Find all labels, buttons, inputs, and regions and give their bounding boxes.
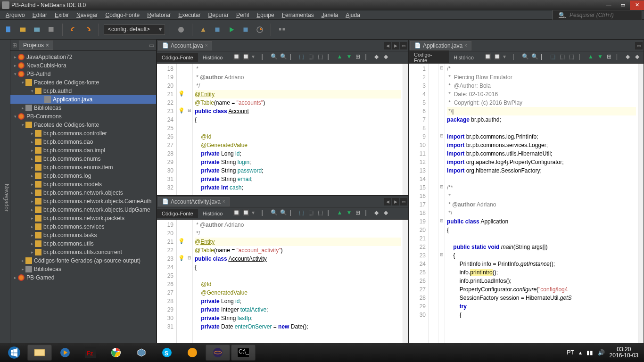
tree-package[interactable]: br.pb.commons.network.objects.UdpGame xyxy=(43,206,150,213)
code-editor-account[interactable]: 181920212223242526272829303132 💡 💡 ⊟ * *… xyxy=(157,64,408,195)
menu-equipe[interactable]: Equipe xyxy=(253,11,278,19)
editor-tab-accountactivity[interactable]: 📄 AccountActivity.java × xyxy=(158,197,230,206)
language-indicator[interactable]: PT xyxy=(567,349,574,356)
tree-folder[interactable]: Pacotes de Códigos-fonte xyxy=(34,122,99,128)
tray-arrow-icon[interactable]: ▴ xyxy=(579,349,582,356)
projects-tab[interactable]: Projetos× xyxy=(19,41,53,50)
tree-package[interactable]: br.pb.commons.enums.item xyxy=(43,164,113,171)
tree-project[interactable]: NovaCubisHora xyxy=(26,62,66,69)
globe-icon[interactable] xyxy=(175,24,187,36)
menu-executar[interactable]: Executar xyxy=(174,11,204,19)
tree-package[interactable]: br.pb.commons.network.packets xyxy=(43,215,124,222)
tree-package[interactable]: br.pb.commons.dao xyxy=(43,139,93,145)
tree-package[interactable]: br.pb.authd xyxy=(43,88,72,94)
tree-package[interactable]: br.pb.commons.enums xyxy=(43,156,100,162)
navigator-tab[interactable]: Navegador xyxy=(0,40,10,352)
redo-button[interactable] xyxy=(82,24,94,36)
menu-exibir[interactable]: Exibir xyxy=(51,11,73,19)
menu-janela[interactable]: Janela xyxy=(318,11,342,19)
volume-icon[interactable]: 🔊 xyxy=(598,349,605,356)
maximize-icon[interactable]: ▭ xyxy=(400,198,407,206)
close-icon[interactable]: × xyxy=(223,199,225,204)
eclipse-task[interactable] xyxy=(206,345,230,361)
build-button[interactable] xyxy=(197,24,209,36)
code-editor-accountactivity[interactable]: 19202122232425262728293031 💡 💡 ⊟ * @auth… xyxy=(157,220,408,351)
tree-file-selected[interactable]: Application.java xyxy=(53,96,92,103)
explorer-task[interactable] xyxy=(27,345,52,361)
nav-back-icon[interactable]: ◀ xyxy=(384,198,391,206)
run-button[interactable] xyxy=(225,24,238,36)
media-player-task[interactable] xyxy=(53,345,77,361)
history-tab[interactable]: Histórico xyxy=(198,209,228,218)
new-file-button[interactable]: + xyxy=(3,24,15,36)
source-tab[interactable]: Código-Fonte xyxy=(157,209,198,218)
close-button[interactable]: ✕ xyxy=(630,0,644,10)
source-tab[interactable]: Código-Fonte xyxy=(157,53,198,62)
history-tab[interactable]: Histórico xyxy=(449,53,479,62)
tree-package[interactable]: br.pb.commons.services xyxy=(43,223,104,230)
menu-perfil[interactable]: Perfil xyxy=(232,11,253,19)
tree-project[interactable]: PB-Authd xyxy=(26,71,50,77)
menu-codigo-fonte[interactable]: Código-Fonte xyxy=(101,11,143,19)
quick-search[interactable]: 🔍 xyxy=(553,10,642,20)
tree-package[interactable]: br.pb.commons.log xyxy=(43,173,91,179)
save-all-button[interactable] xyxy=(45,24,58,36)
chrome-task[interactable] xyxy=(104,345,128,361)
nav-fwd-icon[interactable]: ▶ xyxy=(392,42,399,49)
attach-button[interactable] xyxy=(276,24,288,36)
menu-ajuda[interactable]: Ajuda xyxy=(342,11,364,19)
tree-project[interactable]: JavaApplication72 xyxy=(26,54,72,60)
tree-package[interactable]: br.pb.commons.utils.concurrent xyxy=(43,249,122,255)
tree-project[interactable]: PB-Gamed xyxy=(26,274,54,281)
start-button[interactable] xyxy=(2,345,26,361)
filezilla-task[interactable]: Fz xyxy=(78,345,103,361)
menu-ferramentas[interactable]: Ferramentas xyxy=(278,11,318,19)
tree-package[interactable]: br.pb.commons.utils xyxy=(43,240,94,247)
tree-folder[interactable]: Pacotes de Códigos-fonte xyxy=(34,79,99,86)
app-task[interactable] xyxy=(180,345,205,361)
skype-task[interactable]: S xyxy=(155,345,179,361)
tree-package[interactable]: br.pb.commons.controller xyxy=(43,130,107,137)
minimize-button[interactable]: — xyxy=(602,0,616,10)
virtualbox-task[interactable] xyxy=(129,345,154,361)
minimize-panel-icon[interactable]: ▭ xyxy=(149,42,154,49)
source-tab[interactable]: Código-Fonte xyxy=(409,50,449,65)
maximize-icon[interactable]: ▭ xyxy=(400,42,407,49)
code-editor-application[interactable]: 1234567891011121314151617181920212223242… xyxy=(409,64,644,351)
maximize-button[interactable]: ▭ xyxy=(616,0,630,10)
search-input[interactable] xyxy=(570,12,640,18)
cmd-task[interactable]: C:\_ xyxy=(231,345,256,361)
clock[interactable]: 03:202016-10-03 xyxy=(610,346,638,359)
nav-fwd-icon[interactable]: ▶ xyxy=(392,198,399,206)
maximize-icon[interactable]: ▭ xyxy=(635,42,643,49)
tree-package[interactable]: br.pb.commons.network.objects xyxy=(43,189,123,196)
tree-package[interactable]: br.pb.commons.models xyxy=(43,181,102,188)
network-icon[interactable]: ▮▮ xyxy=(586,349,593,356)
tree-package[interactable]: br.pb.commons.dao.impl xyxy=(43,147,105,154)
menu-navegar[interactable]: Navegar xyxy=(73,11,101,19)
close-icon[interactable]: × xyxy=(205,43,208,48)
nav-back-icon[interactable]: ◀ xyxy=(384,42,391,49)
project-tree[interactable]: ▸JavaApplication72 ▸NovaCubisHora ▾PB-Au… xyxy=(10,51,156,352)
menu-depurar[interactable]: Depurar xyxy=(205,11,232,19)
tree-project[interactable]: PB-Commons xyxy=(26,113,62,120)
close-icon[interactable]: × xyxy=(464,43,467,48)
menu-arquivo[interactable]: Arquivo xyxy=(2,11,29,19)
undo-button[interactable] xyxy=(67,24,80,36)
debug-button[interactable] xyxy=(239,24,252,36)
tree-folder[interactable]: Bibliotecas xyxy=(34,105,61,111)
menu-editar[interactable]: Editar xyxy=(29,11,51,19)
tree-package[interactable]: br.pb.commons.network.objects.GameAuth xyxy=(43,198,151,205)
clean-build-button[interactable] xyxy=(211,24,223,36)
tree-package[interactable]: br.pb.commons.tasks xyxy=(43,232,97,239)
config-selector[interactable]: <config. default> xyxy=(104,25,165,35)
open-project-button[interactable] xyxy=(31,24,43,36)
tree-folder[interactable]: Bibliotecas xyxy=(34,266,61,272)
editor-tab-account[interactable]: 📄 Account.java × xyxy=(158,41,212,50)
close-icon[interactable]: × xyxy=(46,42,49,49)
new-project-button[interactable] xyxy=(17,24,29,36)
dock-icon[interactable]: ⊞ xyxy=(12,42,17,49)
history-tab[interactable]: Histórico xyxy=(198,53,228,62)
editor-tab-application[interactable]: 📄 Application.java × xyxy=(410,41,471,50)
menu-refatorar[interactable]: Refatorar xyxy=(143,11,174,19)
